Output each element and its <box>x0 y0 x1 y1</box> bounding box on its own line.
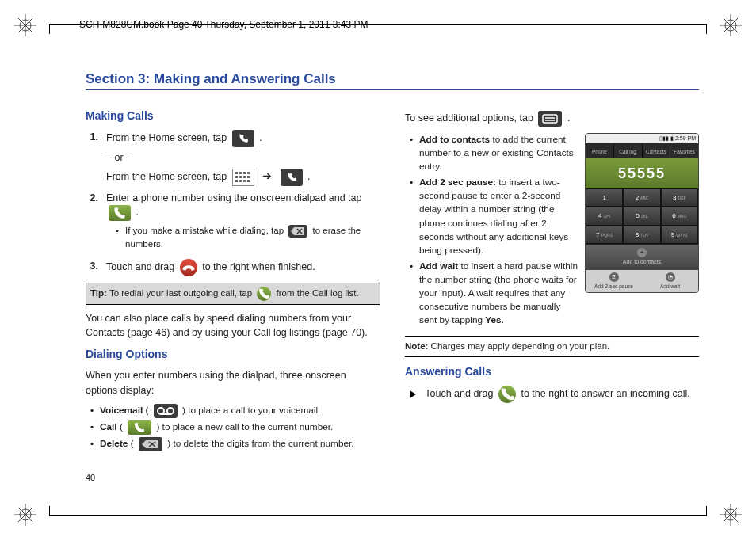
mock-signal-icon: ▯▮▮ <box>659 135 669 143</box>
step-text: Touch and drag <box>425 389 493 400</box>
phone-icon <box>232 130 254 147</box>
tip-label: Tip: <box>90 288 107 298</box>
option-text: . <box>502 314 504 325</box>
or-separator: – or – <box>106 150 380 165</box>
tip-text: To redial your last outgoing call, tap <box>109 288 252 298</box>
option-label: Add wait <box>419 260 458 272</box>
option-add-contacts: • Add to contacts to add the current num… <box>410 133 578 173</box>
delete-icon <box>288 225 307 238</box>
mock-key: 2ABC <box>623 188 660 207</box>
mock-key: 8TUV <box>623 226 660 245</box>
step-text: to the right when finished. <box>202 261 315 272</box>
end-call-icon <box>180 259 197 276</box>
svg-rect-26 <box>243 176 246 178</box>
menu-icon <box>538 111 562 127</box>
mock-option-label: Add 2-sec pause <box>586 283 642 290</box>
yes-label: Yes <box>485 314 501 325</box>
step-text: Enter a phone number using the onscreen … <box>106 192 361 203</box>
mock-tab: Contacts <box>643 143 671 158</box>
step-text: From the Home screen, tap <box>106 133 227 144</box>
crop-bar-bottom <box>49 500 707 516</box>
svg-rect-21 <box>239 172 242 174</box>
delete-icon <box>139 437 162 451</box>
step-number: 3. <box>86 259 106 276</box>
mock-tab: Phone <box>586 143 614 158</box>
dialing-options-intro: When you enter numbers using the dialpad… <box>86 368 380 397</box>
answering-calls-heading: Answering Calls <box>405 363 699 379</box>
text: To see additional options, tap <box>405 112 533 124</box>
crop-mark-tl <box>14 14 36 36</box>
option-voicemail: • Voicemail ( ) to place a call to your … <box>90 404 380 418</box>
text: . <box>567 112 570 124</box>
svg-rect-29 <box>239 180 242 182</box>
step-text: . <box>307 171 310 182</box>
running-header: SCH-M828UM.book Page 40 Thursday, Septem… <box>79 19 368 30</box>
mock-option-label: Add wait <box>642 283 698 290</box>
step-text: . <box>259 133 262 144</box>
option-label: Call <box>100 421 117 432</box>
voicemail-icon <box>154 404 178 418</box>
mock-key: 5JKL <box>623 207 660 226</box>
mock-tab: Favorites <box>670 143 698 158</box>
svg-point-32 <box>158 408 164 414</box>
mock-key: 3DEF <box>661 188 698 207</box>
step-number: 1. <box>86 130 106 186</box>
svg-rect-27 <box>247 176 250 178</box>
tip-text: from the Call log list. <box>277 288 359 298</box>
crop-mark-bl <box>14 504 36 526</box>
step-text: Touch and drag <box>106 261 174 272</box>
mock-keypad: 12ABC3DEF4GHI5JKL6MNO7PQRS8TUV9WXYZ <box>586 188 698 245</box>
mock-bottom-options: 2Add 2-sec pause ◔Add wait <box>586 270 698 292</box>
option-label: Voicemail <box>100 405 143 416</box>
mock-battery-icon: ▮ <box>670 135 674 143</box>
step-3: 3. Touch and drag to the right when fini… <box>86 259 380 276</box>
page-content: Section 3: Making and Answering Calls Ma… <box>86 71 699 485</box>
step-text: . <box>136 207 138 219</box>
call-button-icon <box>128 420 151 435</box>
svg-rect-24 <box>235 176 238 178</box>
option-label: Delete <box>100 438 128 449</box>
crop-mark-br <box>720 504 742 526</box>
triangle-bullet-icon <box>410 390 416 398</box>
mock-add-label: Add to contacts <box>586 258 698 266</box>
mock-key: 4GHI <box>586 207 623 226</box>
crop-mark-tr <box>720 14 742 36</box>
option-label: Add 2 sec pause: <box>419 177 496 188</box>
svg-rect-31 <box>247 180 250 182</box>
option-wait: • Add wait to insert a hard pause within… <box>410 260 578 327</box>
right-column: To see additional options, tap . ▯▮▮ ▮ 2… <box>405 105 699 454</box>
step-text: From the Home screen, tap <box>106 171 227 182</box>
mock-key: 1 <box>586 188 623 207</box>
bullet-text: If you make a mistake while dialing, tap <box>125 226 284 235</box>
sub-bullet: • If you make a mistake while dialing, t… <box>116 224 380 251</box>
left-column: Making Calls 1. From the Home screen, ta… <box>86 105 380 454</box>
svg-rect-22 <box>243 172 246 174</box>
mock-key: 9WXYZ <box>661 226 698 245</box>
note-box: Note: Charges may apply depending on you… <box>405 336 699 357</box>
answer-step: Touch and drag to the right to answer an… <box>405 386 699 403</box>
svg-rect-20 <box>235 172 238 174</box>
tip-box: Tip: To redial your last outgoing call, … <box>86 283 380 305</box>
answer-call-icon <box>498 386 516 403</box>
option-pause: • Add 2 sec pause: to insert a two-secon… <box>410 176 578 257</box>
svg-rect-25 <box>239 176 242 178</box>
mock-option-wait: ◔Add wait <box>642 270 698 292</box>
call-button-icon <box>109 205 131 221</box>
mock-status-bar: ▯▮▮ ▮ 2:59 PM <box>586 134 698 143</box>
svg-rect-28 <box>235 180 238 182</box>
mock-key: 6MNO <box>661 207 698 226</box>
page-number: 40 <box>86 472 95 485</box>
see-more-line: To see additional options, tap . <box>405 111 699 127</box>
svg-rect-35 <box>543 115 557 123</box>
note-text: Charges may apply depending on your plan… <box>431 341 610 351</box>
option-text: to insert a two-second pause to enter a … <box>419 177 568 255</box>
apps-grid-icon <box>232 169 254 186</box>
mock-add-to-contacts: + Add to contacts <box>586 244 698 269</box>
step-2: 2. Enter a phone number using the onscre… <box>86 191 380 254</box>
dialing-options-heading: Dialing Options <box>86 346 380 362</box>
plus-icon: + <box>637 248 647 257</box>
making-calls-heading: Making Calls <box>86 108 380 124</box>
option-call: • Call ( ) to place a new call to the cu… <box>90 420 380 435</box>
option-delete: • Delete ( ) to delete the digits from t… <box>90 437 380 451</box>
mock-key: 7PQRS <box>586 226 623 245</box>
